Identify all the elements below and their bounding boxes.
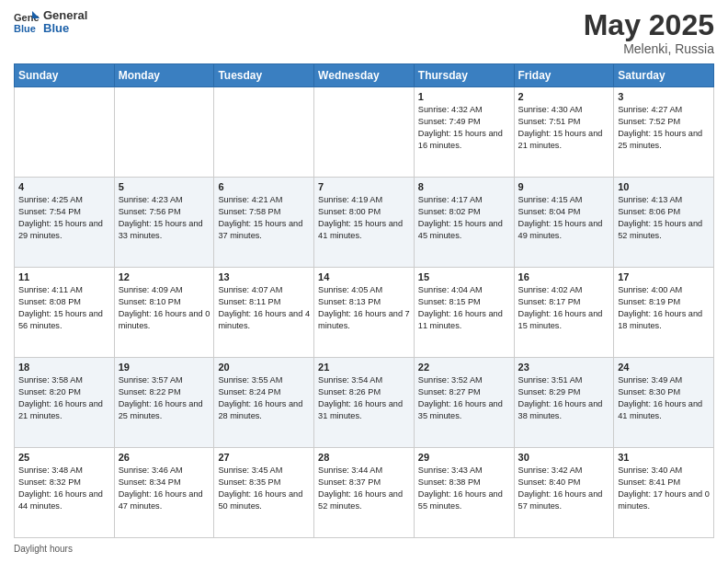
day-number: 9 <box>518 181 610 192</box>
svg-text:Blue: Blue <box>14 23 36 34</box>
day-number: 8 <box>418 181 510 192</box>
day-number: 3 <box>618 91 710 102</box>
day-details: Sunrise: 4:19 AMSunset: 8:00 PMDaylight:… <box>318 194 410 242</box>
daylight-label: Daylight hours <box>14 544 73 554</box>
day-details: Sunrise: 4:15 AMSunset: 8:04 PMDaylight:… <box>518 194 610 242</box>
day-number: 27 <box>218 452 310 463</box>
calendar-cell: 18Sunrise: 3:58 AMSunset: 8:20 PMDayligh… <box>15 358 115 448</box>
day-details: Sunrise: 3:44 AMSunset: 8:37 PMDaylight:… <box>318 465 410 512</box>
calendar-cell: 30Sunrise: 3:42 AMSunset: 8:40 PMDayligh… <box>514 448 614 538</box>
logo: General Blue General Blue <box>14 9 87 36</box>
calendar-cell: 24Sunrise: 3:49 AMSunset: 8:30 PMDayligh… <box>614 358 714 448</box>
calendar-cell <box>314 87 415 178</box>
calendar-table: SundayMondayTuesdayWednesdayThursdayFrid… <box>14 63 714 538</box>
day-details: Sunrise: 3:46 AMSunset: 8:34 PMDaylight:… <box>119 465 210 512</box>
day-details: Sunrise: 4:02 AMSunset: 8:17 PMDaylight:… <box>518 284 610 332</box>
day-details: Sunrise: 4:09 AMSunset: 8:10 PMDaylight:… <box>119 284 210 332</box>
day-number: 20 <box>218 362 310 373</box>
calendar-cell: 22Sunrise: 3:52 AMSunset: 8:27 PMDayligh… <box>414 358 514 448</box>
day-number: 19 <box>119 362 210 373</box>
calendar-header-friday: Friday <box>514 64 614 87</box>
title-block: May 2025 Melenki, Russia <box>584 9 714 56</box>
day-number: 6 <box>218 181 310 192</box>
calendar-cell: 25Sunrise: 3:48 AMSunset: 8:32 PMDayligh… <box>15 448 115 538</box>
day-details: Sunrise: 4:17 AMSunset: 8:02 PMDaylight:… <box>418 194 510 242</box>
calendar-cell: 23Sunrise: 3:51 AMSunset: 8:29 PMDayligh… <box>514 358 614 448</box>
calendar-week-row: 4Sunrise: 4:25 AMSunset: 7:54 PMDaylight… <box>15 178 714 268</box>
day-details: Sunrise: 3:45 AMSunset: 8:35 PMDaylight:… <box>218 465 310 512</box>
calendar-cell: 17Sunrise: 4:00 AMSunset: 8:19 PMDayligh… <box>614 268 714 358</box>
calendar-cell: 13Sunrise: 4:07 AMSunset: 8:11 PMDayligh… <box>214 268 314 358</box>
day-number: 7 <box>318 181 410 192</box>
calendar-cell <box>15 87 115 178</box>
day-details: Sunrise: 4:00 AMSunset: 8:19 PMDaylight:… <box>618 284 710 332</box>
day-number: 30 <box>518 452 610 463</box>
day-number: 4 <box>18 181 110 192</box>
calendar-cell: 12Sunrise: 4:09 AMSunset: 8:10 PMDayligh… <box>114 268 214 358</box>
calendar-header-thursday: Thursday <box>414 64 514 87</box>
day-number: 11 <box>18 271 110 282</box>
calendar-cell: 20Sunrise: 3:55 AMSunset: 8:24 PMDayligh… <box>214 358 314 448</box>
header: General Blue General Blue May 2025 Melen… <box>14 9 714 56</box>
calendar-header-monday: Monday <box>114 64 214 87</box>
day-details: Sunrise: 4:21 AMSunset: 7:58 PMDaylight:… <box>218 194 310 242</box>
day-details: Sunrise: 4:05 AMSunset: 8:13 PMDaylight:… <box>318 284 410 332</box>
calendar-cell: 9Sunrise: 4:15 AMSunset: 8:04 PMDaylight… <box>514 178 614 268</box>
day-number: 15 <box>418 271 510 282</box>
day-details: Sunrise: 4:32 AMSunset: 7:49 PMDaylight:… <box>418 104 510 152</box>
calendar-cell: 29Sunrise: 3:43 AMSunset: 8:38 PMDayligh… <box>414 448 514 538</box>
calendar-cell: 11Sunrise: 4:11 AMSunset: 8:08 PMDayligh… <box>15 268 115 358</box>
day-number: 10 <box>618 181 710 192</box>
day-details: Sunrise: 3:54 AMSunset: 8:26 PMDaylight:… <box>318 374 410 422</box>
day-number: 13 <box>218 271 310 282</box>
calendar-week-row: 18Sunrise: 3:58 AMSunset: 8:20 PMDayligh… <box>15 358 714 448</box>
logo-blue-text: Blue <box>43 22 87 35</box>
calendar-cell: 31Sunrise: 3:40 AMSunset: 8:41 PMDayligh… <box>614 448 714 538</box>
day-number: 23 <box>518 362 610 373</box>
day-details: Sunrise: 4:11 AMSunset: 8:08 PMDaylight:… <box>18 284 110 332</box>
day-details: Sunrise: 3:42 AMSunset: 8:40 PMDaylight:… <box>518 465 610 512</box>
day-details: Sunrise: 4:25 AMSunset: 7:54 PMDaylight:… <box>18 194 110 242</box>
day-number: 5 <box>119 181 210 192</box>
day-details: Sunrise: 3:52 AMSunset: 8:27 PMDaylight:… <box>418 374 510 422</box>
day-details: Sunrise: 4:23 AMSunset: 7:56 PMDaylight:… <box>119 194 210 242</box>
page: General Blue General Blue May 2025 Melen… <box>0 0 728 563</box>
calendar-cell: 2Sunrise: 4:30 AMSunset: 7:51 PMDaylight… <box>514 87 614 178</box>
calendar-week-row: 25Sunrise: 3:48 AMSunset: 8:32 PMDayligh… <box>15 448 714 538</box>
calendar-cell: 3Sunrise: 4:27 AMSunset: 7:52 PMDaylight… <box>614 87 714 178</box>
day-details: Sunrise: 3:51 AMSunset: 8:29 PMDaylight:… <box>518 374 610 422</box>
day-number: 28 <box>318 452 410 463</box>
day-number: 29 <box>418 452 510 463</box>
calendar-cell: 6Sunrise: 4:21 AMSunset: 7:58 PMDaylight… <box>214 178 314 268</box>
calendar-cell: 16Sunrise: 4:02 AMSunset: 8:17 PMDayligh… <box>514 268 614 358</box>
day-details: Sunrise: 4:13 AMSunset: 8:06 PMDaylight:… <box>618 194 710 242</box>
day-details: Sunrise: 4:27 AMSunset: 7:52 PMDaylight:… <box>618 104 710 152</box>
day-details: Sunrise: 3:43 AMSunset: 8:38 PMDaylight:… <box>418 465 510 512</box>
calendar-cell: 26Sunrise: 3:46 AMSunset: 8:34 PMDayligh… <box>114 448 214 538</box>
calendar-cell: 14Sunrise: 4:05 AMSunset: 8:13 PMDayligh… <box>314 268 415 358</box>
calendar-cell: 10Sunrise: 4:13 AMSunset: 8:06 PMDayligh… <box>614 178 714 268</box>
day-number: 14 <box>318 271 410 282</box>
logo-icon: General Blue <box>14 9 40 35</box>
footer: Daylight hours <box>14 544 714 554</box>
day-details: Sunrise: 3:58 AMSunset: 8:20 PMDaylight:… <box>18 374 110 422</box>
calendar-week-row: 1Sunrise: 4:32 AMSunset: 7:49 PMDaylight… <box>15 87 714 178</box>
day-details: Sunrise: 3:48 AMSunset: 8:32 PMDaylight:… <box>18 465 110 512</box>
day-details: Sunrise: 4:04 AMSunset: 8:15 PMDaylight:… <box>418 284 510 332</box>
calendar-cell: 27Sunrise: 3:45 AMSunset: 8:35 PMDayligh… <box>214 448 314 538</box>
title-month: May 2025 <box>584 9 714 41</box>
calendar-header-row: SundayMondayTuesdayWednesdayThursdayFrid… <box>15 64 714 87</box>
calendar-cell: 1Sunrise: 4:32 AMSunset: 7:49 PMDaylight… <box>414 87 514 178</box>
calendar-week-row: 11Sunrise: 4:11 AMSunset: 8:08 PMDayligh… <box>15 268 714 358</box>
calendar-cell: 8Sunrise: 4:17 AMSunset: 8:02 PMDaylight… <box>414 178 514 268</box>
day-number: 26 <box>119 452 210 463</box>
calendar-header-wednesday: Wednesday <box>314 64 415 87</box>
day-details: Sunrise: 3:49 AMSunset: 8:30 PMDaylight:… <box>618 374 710 422</box>
calendar-cell <box>214 87 314 178</box>
calendar-cell: 15Sunrise: 4:04 AMSunset: 8:15 PMDayligh… <box>414 268 514 358</box>
day-number: 12 <box>119 271 210 282</box>
day-number: 17 <box>618 271 710 282</box>
calendar-cell: 7Sunrise: 4:19 AMSunset: 8:00 PMDaylight… <box>314 178 415 268</box>
day-details: Sunrise: 4:07 AMSunset: 8:11 PMDaylight:… <box>218 284 310 332</box>
day-details: Sunrise: 3:57 AMSunset: 8:22 PMDaylight:… <box>119 374 210 422</box>
